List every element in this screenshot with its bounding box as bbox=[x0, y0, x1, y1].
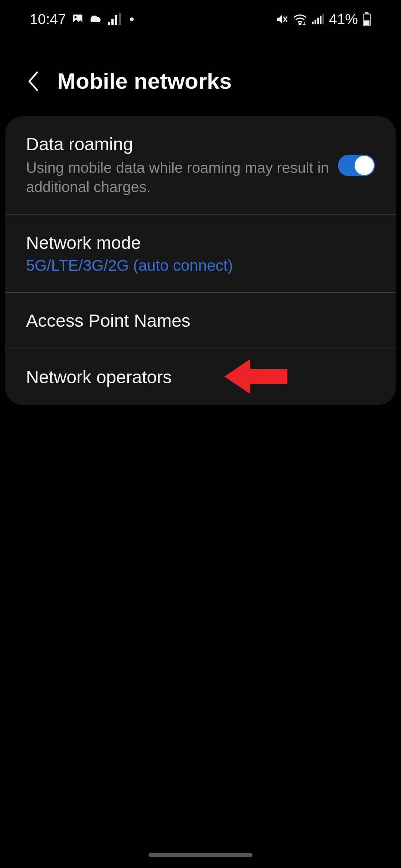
svg-point-6 bbox=[130, 17, 134, 21]
svg-rect-12 bbox=[317, 18, 319, 24]
row-title: Access Point Names bbox=[26, 310, 368, 331]
status-time: 10:47 bbox=[30, 11, 66, 27]
cloud-icon bbox=[89, 14, 102, 24]
svg-rect-14 bbox=[322, 14, 324, 24]
row-network-operators[interactable]: Network operators bbox=[5, 349, 396, 405]
back-icon[interactable] bbox=[26, 70, 42, 92]
toggle-knob bbox=[355, 156, 374, 175]
row-text: Network mode 5G/LTE/3G/2G (auto connect) bbox=[26, 233, 375, 274]
svg-point-1 bbox=[74, 16, 76, 19]
svg-rect-11 bbox=[314, 20, 316, 24]
row-text: Network operators bbox=[26, 367, 375, 387]
status-left: 10:47 bbox=[30, 11, 134, 27]
red-arrow-annotation bbox=[224, 356, 291, 398]
status-bar: 10:47 bbox=[0, 0, 401, 35]
battery-icon bbox=[362, 12, 371, 26]
dot-icon bbox=[130, 17, 134, 21]
svg-rect-2 bbox=[108, 22, 110, 25]
row-network-mode[interactable]: Network mode 5G/LTE/3G/2G (auto connect) bbox=[5, 215, 396, 293]
svg-marker-18 bbox=[224, 359, 287, 394]
status-right: 41% bbox=[276, 11, 371, 27]
svg-rect-13 bbox=[320, 16, 321, 24]
wifi-icon bbox=[293, 13, 307, 25]
row-text: Access Point Names bbox=[26, 310, 375, 331]
row-title: Network mode bbox=[26, 233, 368, 253]
row-desc: Using mobile data while roaming may resu… bbox=[26, 158, 330, 197]
signal-icon-2 bbox=[312, 14, 325, 25]
svg-rect-5 bbox=[119, 13, 121, 25]
svg-point-9 bbox=[299, 23, 301, 25]
page-title: Mobile networks bbox=[57, 68, 232, 94]
gesture-bar[interactable] bbox=[149, 853, 252, 857]
page-header: Mobile networks bbox=[0, 35, 401, 116]
picture-icon bbox=[71, 13, 84, 26]
svg-rect-17 bbox=[364, 20, 369, 25]
svg-rect-3 bbox=[111, 19, 114, 25]
row-title: Data roaming bbox=[26, 134, 330, 154]
row-text: Data roaming Using mobile data while roa… bbox=[26, 134, 338, 197]
row-access-point-names[interactable]: Access Point Names bbox=[5, 293, 396, 349]
row-data-roaming[interactable]: Data roaming Using mobile data while roa… bbox=[5, 116, 396, 215]
settings-list: Data roaming Using mobile data while roa… bbox=[5, 116, 396, 405]
row-value: 5G/LTE/3G/2G (auto connect) bbox=[26, 257, 368, 274]
signal-icon bbox=[108, 13, 122, 26]
row-title: Network operators bbox=[26, 367, 368, 387]
svg-rect-10 bbox=[312, 22, 313, 24]
data-roaming-toggle[interactable] bbox=[338, 155, 375, 176]
svg-rect-4 bbox=[115, 15, 117, 25]
mute-icon bbox=[276, 13, 288, 26]
battery-percent: 41% bbox=[329, 11, 358, 27]
